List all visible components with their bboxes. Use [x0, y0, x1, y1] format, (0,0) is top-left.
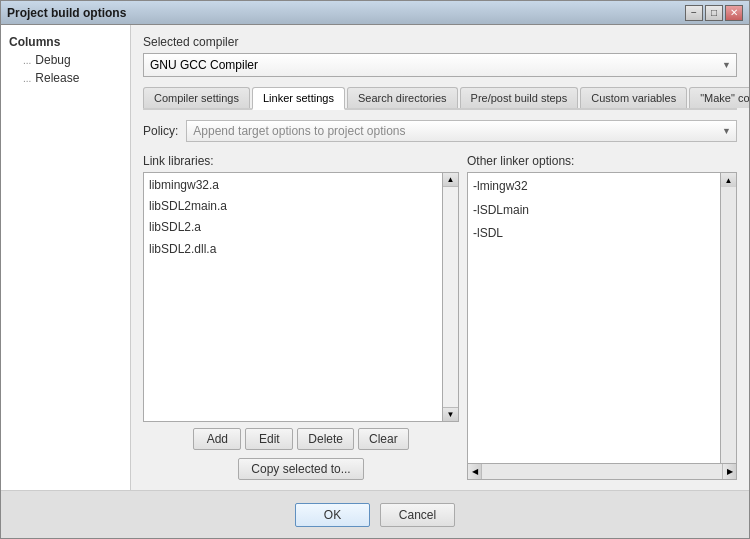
link-list-container: libmingw32.a libSDL2main.a libSDL2.a lib… [143, 172, 459, 422]
window-title: Project build options [7, 6, 126, 20]
hscroll-left-button[interactable]: ◀ [468, 464, 482, 479]
other-linker-label: Other linker options: [467, 154, 737, 168]
minimize-button[interactable]: − [685, 5, 703, 21]
link-libraries-buttons: Add Edit Delete Clear [143, 428, 459, 450]
cancel-button[interactable]: Cancel [380, 503, 455, 527]
tab-pre-post-build[interactable]: Pre/post build steps [460, 87, 579, 108]
other-linker-panel: Other linker options: -lmingw32 -lSDLmai… [467, 154, 737, 480]
other-linker-hscrollbar: ◀ ▶ [467, 464, 737, 480]
link-libraries-listbox[interactable]: libmingw32.a libSDL2main.a libSDL2.a lib… [143, 172, 443, 422]
sidebar-item-release-label: Release [35, 71, 79, 85]
tab-linker-settings[interactable]: Linker settings [252, 87, 345, 110]
delete-button[interactable]: Delete [297, 428, 354, 450]
tab-custom-variables[interactable]: Custom variables [580, 87, 687, 108]
tab-compiler-settings[interactable]: Compiler settings [143, 87, 250, 108]
policy-select[interactable]: Append target options to project options [186, 120, 737, 142]
title-bar: Project build options − □ ✕ [1, 1, 749, 25]
maximize-button[interactable]: □ [705, 5, 723, 21]
link-libraries-panel: Link libraries: libmingw32.a libSDL2main… [143, 154, 459, 480]
list-item: -lSDL [470, 222, 718, 246]
ok-button[interactable]: OK [295, 503, 370, 527]
scroll-down-button[interactable]: ▼ [443, 407, 458, 421]
content-area: Columns Debug Release Selected compiler … [1, 25, 749, 490]
tab-search-directories[interactable]: Search directories [347, 87, 458, 108]
list-item: -lmingw32 [470, 175, 718, 199]
tab-content-linker: Policy: Append target options to project… [143, 120, 737, 480]
compiler-label: Selected compiler [143, 35, 737, 49]
scroll-up-button[interactable]: ▲ [443, 173, 458, 187]
clear-button[interactable]: Clear [358, 428, 409, 450]
close-button[interactable]: ✕ [725, 5, 743, 21]
main-panel: Selected compiler GNU GCC Compiler Compi… [131, 25, 749, 490]
compiler-section: Selected compiler GNU GCC Compiler [143, 35, 737, 77]
list-item: libSDL2main.a [146, 196, 440, 217]
other-scroll-up-button[interactable]: ▲ [721, 173, 736, 187]
other-linker-listbox[interactable]: -lmingw32 -lSDLmain -lSDL [467, 172, 721, 464]
sidebar-item-debug-label: Debug [35, 53, 70, 67]
sidebar-item-release[interactable]: Release [5, 69, 126, 87]
panels-row: Link libraries: libmingw32.a libSDL2main… [143, 154, 737, 480]
hscroll-right-button[interactable]: ▶ [722, 464, 736, 479]
sidebar-root-columns[interactable]: Columns [5, 33, 126, 51]
sidebar: Columns Debug Release [1, 25, 131, 490]
compiler-select-wrapper: GNU GCC Compiler [143, 53, 737, 77]
add-button[interactable]: Add [193, 428, 241, 450]
policy-row: Policy: Append target options to project… [143, 120, 737, 142]
main-window: Project build options − □ ✕ Columns Debu… [0, 0, 750, 539]
bottom-bar: OK Cancel [1, 490, 749, 538]
policy-select-wrapper: Append target options to project options [186, 120, 737, 142]
compiler-select[interactable]: GNU GCC Compiler [143, 53, 737, 77]
tab-make-commands[interactable]: "Make" commands [689, 87, 749, 108]
other-listbox-wrapper: -lmingw32 -lSDLmain -lSDL ▲ [467, 172, 737, 464]
list-item: -lSDLmain [470, 199, 718, 223]
policy-label: Policy: [143, 124, 178, 138]
list-item: libSDL2.a [146, 217, 440, 238]
list-item: libmingw32.a [146, 175, 440, 196]
list-item: libSDL2.dll.a [146, 239, 440, 260]
other-linker-scrollbar: ▲ [721, 172, 737, 464]
edit-button[interactable]: Edit [245, 428, 293, 450]
link-libraries-label: Link libraries: [143, 154, 459, 168]
sidebar-item-debug[interactable]: Debug [5, 51, 126, 69]
tabs-bar: Compiler settings Linker settings Search… [143, 87, 737, 110]
link-libraries-scrollbar: ▲ ▼ [443, 172, 459, 422]
title-bar-buttons: − □ ✕ [685, 5, 743, 21]
copy-selected-button[interactable]: Copy selected to... [238, 458, 363, 480]
